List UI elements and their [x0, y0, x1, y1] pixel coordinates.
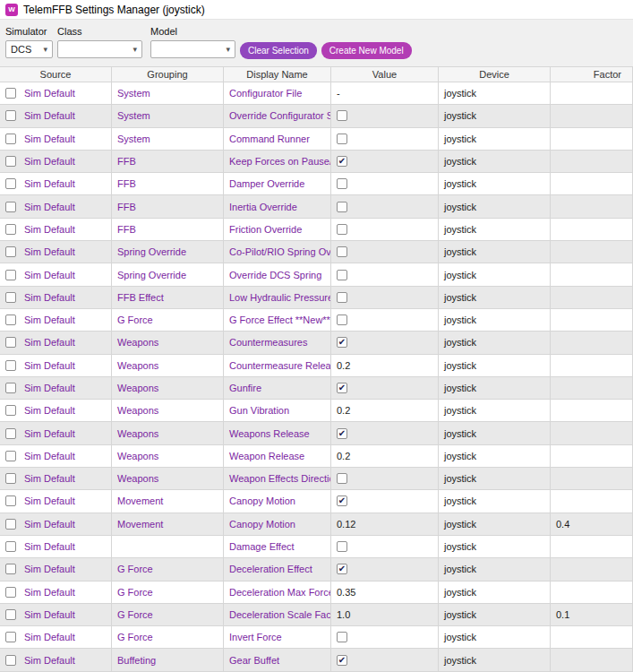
class-select[interactable]: ▾: [57, 40, 142, 58]
table-row[interactable]: Sim DefaultWeaponsWeapon Effects Directi…: [0, 468, 633, 490]
row-select-checkbox[interactable]: [5, 428, 16, 439]
table-row[interactable]: Sim DefaultBuffetingGear Buffet✔joystick: [0, 649, 633, 671]
header-value[interactable]: Value: [331, 67, 439, 82]
table-row[interactable]: Sim DefaultSpring OverrideCo-Pilot/RIO S…: [0, 241, 633, 263]
table-row[interactable]: Sim DefaultSystemConfigurator File-joyst…: [0, 82, 633, 105]
header-grouping[interactable]: Grouping: [112, 67, 224, 82]
table-row[interactable]: Sim DefaultWeaponsCountermeasure Release…: [0, 355, 633, 377]
cell-value[interactable]: ✔: [331, 558, 439, 580]
cell-value[interactable]: [331, 309, 439, 331]
cell-value[interactable]: ✔: [331, 151, 439, 172]
cell-value[interactable]: [331, 173, 439, 194]
cell-value[interactable]: -: [331, 82, 439, 104]
table-row[interactable]: Sim DefaultFFBInertia Overridejoystick: [0, 195, 633, 218]
table-row[interactable]: Sim DefaultWeaponsWeapons Release✔joysti…: [0, 422, 633, 444]
table-row[interactable]: Sim DefaultMovementCanopy Motion✔joystic…: [0, 490, 633, 513]
table-row[interactable]: Sim DefaultG ForceDeceleration Scale Fac…: [0, 604, 633, 626]
row-select-checkbox[interactable]: [5, 314, 16, 325]
table-row[interactable]: Sim DefaultWeaponsGun Vibration0.2joysti…: [0, 400, 633, 422]
row-select-checkbox[interactable]: [5, 451, 16, 461]
row-select-checkbox[interactable]: [5, 405, 16, 416]
value-checkbox[interactable]: ✔: [337, 495, 347, 506]
create-new-model-button[interactable]: Create New Model: [321, 42, 412, 59]
cell-value[interactable]: ✔: [331, 490, 439, 512]
table-row[interactable]: Sim DefaultWeaponsWeapon Release0.2joyst…: [0, 445, 633, 468]
value-checkbox[interactable]: [337, 134, 347, 144]
table-row[interactable]: Sim DefaultWeaponsCountermeasures✔joysti…: [0, 332, 633, 354]
row-select-checkbox[interactable]: [5, 655, 16, 666]
cell-value[interactable]: [331, 287, 439, 308]
cell-value[interactable]: [331, 536, 439, 557]
value-checkbox[interactable]: ✔: [337, 564, 347, 574]
cell-value[interactable]: [331, 468, 439, 489]
table-row[interactable]: Sim DefaultFFBFriction Overridejoystick: [0, 219, 633, 241]
header-source[interactable]: Source: [0, 67, 112, 82]
model-select[interactable]: ▾: [150, 40, 235, 58]
cell-value[interactable]: [331, 241, 439, 263]
table-row[interactable]: Sim DefaultDamage Effectjoystick: [0, 536, 633, 558]
value-checkbox[interactable]: [337, 202, 347, 212]
value-checkbox[interactable]: ✔: [337, 655, 347, 666]
cell-value[interactable]: 1.0: [331, 604, 439, 625]
value-checkbox[interactable]: [337, 541, 347, 552]
value-checkbox[interactable]: ✔: [337, 428, 347, 439]
table-row[interactable]: Sim DefaultFFBKeep Forces on Pause/S...✔…: [0, 151, 633, 173]
clear-selection-button[interactable]: Clear Selection: [240, 42, 317, 59]
table-row[interactable]: Sim DefaultMovementCanopy Motion0.12joys…: [0, 513, 633, 536]
row-select-checkbox[interactable]: [5, 156, 16, 167]
cell-value[interactable]: ✔: [331, 377, 439, 399]
row-select-checkbox[interactable]: [5, 632, 16, 642]
cell-value[interactable]: [331, 263, 439, 285]
cell-value[interactable]: [331, 105, 439, 126]
row-select-checkbox[interactable]: [5, 519, 16, 530]
table-row[interactable]: Sim DefaultFFB EffectLow Hydraulic Press…: [0, 287, 633, 309]
table-row[interactable]: Sim DefaultG ForceInvert Forcejoystick: [0, 626, 633, 649]
row-select-checkbox[interactable]: [5, 178, 16, 189]
row-select-checkbox[interactable]: [5, 360, 16, 371]
header-factor[interactable]: Factor: [551, 67, 633, 82]
value-checkbox[interactable]: ✔: [337, 337, 347, 348]
table-row[interactable]: Sim DefaultSystemOverride Configurator S…: [0, 105, 633, 127]
value-checkbox[interactable]: ✔: [337, 383, 347, 393]
row-select-checkbox[interactable]: [5, 110, 16, 121]
cell-value[interactable]: [331, 128, 439, 150]
cell-value[interactable]: 0.2: [331, 445, 439, 467]
value-checkbox[interactable]: [337, 270, 347, 280]
row-select-checkbox[interactable]: [5, 246, 16, 257]
row-select-checkbox[interactable]: [5, 495, 16, 506]
value-checkbox[interactable]: ✔: [337, 156, 347, 167]
simulator-select[interactable]: DCS ▾: [5, 40, 53, 58]
table-row[interactable]: Sim DefaultSystemCommand Runnerjoystick: [0, 128, 633, 151]
value-checkbox[interactable]: [337, 314, 347, 325]
cell-value[interactable]: 0.12: [331, 513, 439, 535]
table-row[interactable]: Sim DefaultSpring OverrideOverride DCS S…: [0, 263, 633, 286]
row-select-checkbox[interactable]: [5, 270, 16, 280]
header-device[interactable]: Device: [439, 67, 551, 82]
cell-value[interactable]: 0.2: [331, 400, 439, 421]
table-row[interactable]: Sim DefaultG ForceG Force Effect **New**…: [0, 309, 633, 332]
value-checkbox[interactable]: [337, 224, 347, 235]
row-select-checkbox[interactable]: [5, 587, 16, 598]
cell-value[interactable]: ✔: [331, 332, 439, 353]
table-row[interactable]: Sim DefaultWeaponsGunfire✔joystick: [0, 377, 633, 400]
value-checkbox[interactable]: [337, 473, 347, 484]
row-select-checkbox[interactable]: [5, 473, 16, 484]
row-select-checkbox[interactable]: [5, 337, 16, 348]
table-row[interactable]: Sim DefaultG ForceDeceleration Effect✔jo…: [0, 558, 633, 581]
cell-value[interactable]: ✔: [331, 649, 439, 670]
row-select-checkbox[interactable]: [5, 292, 16, 303]
row-select-checkbox[interactable]: [5, 134, 16, 144]
row-select-checkbox[interactable]: [5, 88, 16, 99]
row-select-checkbox[interactable]: [5, 609, 16, 620]
table-row[interactable]: Sim DefaultFFBDamper Overridejoystick: [0, 173, 633, 195]
cell-value[interactable]: [331, 626, 439, 648]
cell-value[interactable]: [331, 219, 439, 240]
value-checkbox[interactable]: [337, 110, 347, 121]
value-checkbox[interactable]: [337, 178, 347, 189]
cell-value[interactable]: 0.35: [331, 582, 439, 603]
value-checkbox[interactable]: [337, 632, 347, 642]
cell-value[interactable]: [331, 195, 439, 217]
row-select-checkbox[interactable]: [5, 383, 16, 393]
value-checkbox[interactable]: [337, 246, 347, 257]
cell-value[interactable]: ✔: [331, 422, 439, 444]
